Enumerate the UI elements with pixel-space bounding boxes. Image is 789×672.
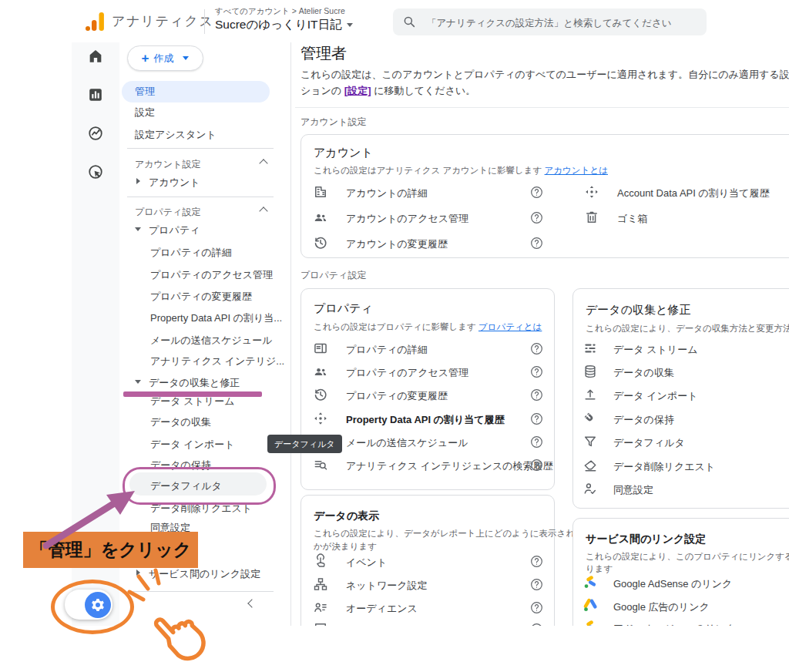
expand-arrow-icon[interactable] <box>136 178 140 184</box>
account-switcher[interactable]: SucreのゆっくりIT日記 <box>215 17 353 33</box>
help-icon[interactable] <box>529 365 544 379</box>
sidebar-item-property-access[interactable]: プロパティのアクセス管理 <box>150 267 273 283</box>
advertising-icon[interactable] <box>87 163 104 180</box>
account-name: SucreのゆっくりIT日記 <box>215 18 342 31</box>
note-icon <box>313 621 328 626</box>
help-icon[interactable] <box>529 185 544 200</box>
divider <box>295 107 789 108</box>
sidebar-item-property[interactable]: プロパティ <box>149 223 200 238</box>
tooltip-data-filters: データフィルタ <box>267 435 342 453</box>
divider <box>127 148 274 149</box>
divider <box>127 197 274 197</box>
help-icon[interactable] <box>529 210 544 225</box>
sidebar-item-data-import[interactable]: データ インポート <box>150 437 234 452</box>
card-subtitle-text: これらの設定はアナリティクス アカウントに影響します <box>314 166 545 175</box>
collapse-arrow-icon[interactable] <box>135 380 141 384</box>
header-divider <box>204 9 205 34</box>
search-history-icon <box>313 457 328 472</box>
list-item-label: データ削除リクエスト <box>613 460 715 474</box>
sidebar-section-property-settings[interactable]: プロパティ設定 <box>135 205 200 219</box>
card-title: データの表示 <box>314 509 379 523</box>
card-title: アカウント <box>314 146 373 160</box>
help-icon[interactable] <box>529 236 544 250</box>
sidebar-item-property-details[interactable]: プロパティの詳細 <box>150 245 232 260</box>
breadcrumb[interactable]: すべてのアカウント > Atelier Sucre <box>215 6 345 17</box>
sidebar-item-property-history[interactable]: プロパティの変更履歴 <box>150 289 252 304</box>
list-item-label: データの保持 <box>613 413 674 427</box>
sidebar-section-account-settings[interactable]: アカウント設定 <box>135 157 200 171</box>
list-item-label: アカウントの詳細 <box>346 186 428 200</box>
section-label-property: プロパティ設定 <box>300 269 366 282</box>
sidebar-item-intelligence[interactable]: アナリティクス インテリジ... <box>150 354 284 369</box>
create-button-label: 作成 <box>153 52 173 66</box>
help-icon[interactable] <box>529 435 544 449</box>
product-links-card: サービス間のリンク設定 これらの設定により、このプロパティにリンクする ります … <box>572 518 789 626</box>
people-icon <box>313 364 328 379</box>
property-help-link[interactable]: プロパティとは <box>478 322 542 331</box>
history-icon <box>313 235 328 250</box>
plus-icon: + <box>142 52 149 65</box>
create-button[interactable]: + 作成 <box>127 45 203 71</box>
help-icon[interactable] <box>529 554 544 569</box>
adsense-icon <box>583 575 598 590</box>
card-title: サービス間のリンク設定 <box>586 533 706 546</box>
people-icon <box>313 210 328 225</box>
search-input[interactable] <box>425 8 698 37</box>
chevron-up-icon[interactable] <box>259 159 267 167</box>
list-item-label: Google AdSense のリンク <box>613 577 732 591</box>
list-item-label: Google 広告のリンク <box>613 600 710 614</box>
sidebar-item-email-schedule[interactable]: メールの送信スケジュール <box>150 333 272 348</box>
account-help-link[interactable]: アカウントとは <box>545 166 608 175</box>
sidebar-item-data-collection-section[interactable]: データの収集と修正 <box>149 375 240 391</box>
audience-icon <box>313 600 328 615</box>
sidebar-item-property-data-api[interactable]: Property Data API の割り当... <box>150 311 282 326</box>
help-icon[interactable] <box>529 600 544 615</box>
business-icon <box>313 184 328 200</box>
magnet-icon <box>583 411 598 426</box>
touch-icon <box>313 553 328 569</box>
help-icon[interactable] <box>529 622 544 626</box>
help-icon[interactable] <box>529 388 544 402</box>
section-label-account: アカウント設定 <box>300 116 366 129</box>
card-subtitle-line2: かが決まります <box>314 541 377 553</box>
home-icon[interactable] <box>87 48 104 65</box>
divider <box>127 591 274 592</box>
history-icon <box>313 387 328 402</box>
help-icon[interactable] <box>529 577 544 592</box>
collapse-arrow-icon[interactable] <box>135 227 141 231</box>
header: アナリティクス すべてのアカウント > Atelier Sucre Sucreの… <box>72 0 789 42</box>
list-item-label: メールの送信スケジュール <box>346 436 468 450</box>
help-icon[interactable] <box>529 341 544 356</box>
annotation-callout-box: 「管理」をクリック <box>23 532 198 568</box>
consent-icon <box>583 481 598 496</box>
chevron-left-icon[interactable] <box>247 599 256 607</box>
sidebar-item-settings[interactable]: 設定 <box>135 105 155 120</box>
help-icon[interactable] <box>529 412 544 426</box>
help-icon[interactable] <box>529 458 544 472</box>
page: { "header": { "brand": "アナリティクス", "logo_… <box>0 0 789 672</box>
data-collection-card: データの収集と修正 これらの設定により、データの収集方法と変更方法 データ スト… <box>572 288 789 509</box>
explore-icon[interactable] <box>87 125 104 142</box>
move-icon <box>584 184 599 200</box>
analytics-logo-icon[interactable] <box>84 11 106 32</box>
sidebar-item-data-collection[interactable]: データの収集 <box>150 415 211 430</box>
reports-icon[interactable] <box>87 86 104 103</box>
chevron-up-icon[interactable] <box>259 207 267 215</box>
list-item-label: プロパティの詳細 <box>346 343 428 357</box>
search-icon <box>402 15 416 29</box>
card-subtitle-text: これらの設定はプロパティに影響します <box>314 322 478 331</box>
sidebar-item-product-links[interactable]: サービス間のリンク設定 <box>149 566 260 582</box>
account-card: アカウント これらの設定はアナリティクス アカウントに影響します アカウントとは… <box>300 134 789 258</box>
annotation-orange-circle <box>51 580 134 634</box>
sidebar-item-account[interactable]: アカウント <box>149 175 200 190</box>
search-bar[interactable] <box>393 8 707 35</box>
card-title: データの収集と修正 <box>586 303 690 318</box>
settings-link[interactable]: [設定] <box>344 85 371 96</box>
list-item-label: データ ストリーム <box>613 343 697 357</box>
expand-arrow-icon[interactable] <box>136 570 140 576</box>
annotation-pink-underline <box>123 391 262 397</box>
list-item-label: 同意設定 <box>613 483 653 497</box>
sidebar-item-admin[interactable]: 管理 <box>135 84 155 99</box>
sidebar-item-setup-assistant[interactable]: 設定アシスタント <box>135 127 217 143</box>
card-subtitle: これらの設定はプロパティに影響します プロパティとは <box>314 321 542 333</box>
